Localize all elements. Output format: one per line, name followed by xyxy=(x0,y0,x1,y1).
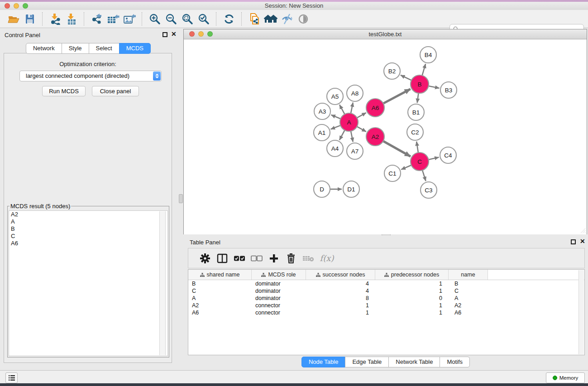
column-header-successor-nodes[interactable]: successor nodes xyxy=(306,270,375,280)
column-header-shared-name[interactable]: shared name xyxy=(188,270,252,280)
run-mcds-button[interactable]: Run MCDS xyxy=(42,86,86,96)
export-table-button[interactable] xyxy=(105,11,121,27)
mcds-result-item[interactable]: C xyxy=(9,233,167,240)
control-tab-select[interactable]: Select xyxy=(89,43,120,54)
control-tab-style[interactable]: Style xyxy=(62,43,89,54)
import-table-button[interactable] xyxy=(63,11,80,27)
node-table[interactable]: shared nameMCDS rolesuccessor nodesprede… xyxy=(188,269,585,355)
table-cell[interactable]: B xyxy=(449,280,488,287)
network-minimize-button[interactable] xyxy=(198,31,204,37)
control-tab-network[interactable]: Network xyxy=(26,43,62,54)
table-cell[interactable]: 8 xyxy=(306,295,375,302)
graph-edge-A-A3[interactable] xyxy=(331,115,340,119)
zoom-in-button[interactable] xyxy=(147,11,163,27)
graph-edge-B-B4[interactable] xyxy=(422,64,425,76)
graph-edge-A-A6[interactable] xyxy=(357,113,366,118)
table-cell[interactable]: connector xyxy=(252,302,306,309)
graph-edge-A-A4[interactable] xyxy=(339,130,345,140)
table-tab-network-table[interactable]: Network Table xyxy=(388,357,440,367)
mcds-list-scrollbar[interactable] xyxy=(159,211,166,355)
table-cell[interactable]: 1 xyxy=(375,302,449,309)
graph-edge-B-B3[interactable] xyxy=(429,86,440,88)
level-of-detail-eye-button[interactable] xyxy=(295,11,311,27)
table-cell[interactable]: dominator xyxy=(252,280,306,287)
graph-edge-A2-C[interactable] xyxy=(383,141,411,157)
show-panels-button[interactable] xyxy=(5,372,18,383)
control-panel-float-button[interactable] xyxy=(163,32,167,37)
graph-edge-C-C3[interactable] xyxy=(422,170,426,181)
export-network-button[interactable] xyxy=(89,11,105,27)
table-cell[interactable]: dominator xyxy=(252,287,306,295)
table-cell[interactable]: C xyxy=(188,287,252,295)
vertical-splitter-grip[interactable] xyxy=(179,194,183,203)
table-cell[interactable]: 1 xyxy=(306,309,375,316)
table-cell[interactable]: 0 xyxy=(375,295,449,302)
table-row[interactable]: Cdominator41C xyxy=(188,287,584,295)
table-cell[interactable]: 1 xyxy=(375,287,449,295)
show-hide-graphics-details-button[interactable] xyxy=(279,11,295,27)
table-row[interactable]: Adominator80A xyxy=(188,295,584,302)
graph-edge-C-C4[interactable] xyxy=(429,157,439,160)
table-cell[interactable]: A6 xyxy=(449,309,488,316)
first-neighbors-button[interactable] xyxy=(263,11,279,27)
table-row[interactable]: A6connector11A6 xyxy=(188,309,584,316)
graph-edge-A6-B[interactable] xyxy=(383,89,411,104)
mcds-result-item[interactable]: A2 xyxy=(9,211,167,218)
network-window-titlebar[interactable]: testGlobe.txt xyxy=(184,29,587,39)
table-row[interactable]: A2connector11A2 xyxy=(188,302,584,309)
table-panel-float-button[interactable] xyxy=(571,239,576,244)
table-cell[interactable]: dominator xyxy=(252,295,306,302)
zoom-selected-button[interactable] xyxy=(196,11,212,27)
table-settings-gear-button[interactable] xyxy=(196,250,214,267)
show-all-columns-button[interactable] xyxy=(231,250,248,267)
add-column-button[interactable] xyxy=(265,250,282,267)
table-cell[interactable]: 4 xyxy=(306,280,375,287)
table-tab-motifs[interactable]: Motifs xyxy=(440,357,470,367)
minimize-window-button[interactable] xyxy=(14,3,19,9)
memory-button[interactable]: Memory xyxy=(546,372,585,383)
control-tab-mcds[interactable]: MCDS xyxy=(119,43,151,54)
mcds-result-item[interactable]: A xyxy=(9,218,167,225)
function-builder-button[interactable]: f(x) xyxy=(317,250,334,267)
table-cell[interactable]: 1 xyxy=(306,302,375,309)
graph-edge-C-C2[interactable] xyxy=(416,142,418,152)
graph-edge-B-B1[interactable] xyxy=(417,93,419,103)
window-resize-grip[interactable] xyxy=(580,228,586,234)
control-panel-close-button[interactable]: ✕ xyxy=(171,31,177,37)
open-file-button[interactable] xyxy=(5,11,22,27)
table-cell[interactable]: B xyxy=(188,280,252,287)
table-tab-node-table[interactable]: Node Table xyxy=(301,357,346,367)
import-network-button[interactable] xyxy=(47,11,63,27)
column-header-predecessor-nodes[interactable]: predecessor nodes xyxy=(375,270,449,280)
table-cell[interactable]: connector xyxy=(252,309,306,316)
save-session-button[interactable] xyxy=(22,11,38,27)
table-tab-edge-table[interactable]: Edge Table xyxy=(345,357,389,367)
apply-preferred-layout-button[interactable] xyxy=(221,11,237,27)
graph-edge-A-A8[interactable] xyxy=(351,103,353,114)
zoom-window-button[interactable] xyxy=(23,3,28,9)
close-panel-button[interactable]: Close panel xyxy=(92,86,139,96)
table-row[interactable]: Bdominator41B xyxy=(188,280,584,287)
export-image-button[interactable] xyxy=(121,11,138,27)
table-cell[interactable]: A xyxy=(449,295,488,302)
graph-edge-A-A2[interactable] xyxy=(357,127,366,132)
graph-edge-A-A1[interactable] xyxy=(331,125,341,129)
mcds-result-item[interactable]: A6 xyxy=(9,240,167,247)
network-zoom-button[interactable] xyxy=(207,31,213,37)
split-table-columns-button[interactable] xyxy=(214,250,231,267)
table-cell[interactable]: C xyxy=(449,287,488,295)
table-panel-close-button[interactable]: ✕ xyxy=(580,238,585,244)
delete-columns-button[interactable] xyxy=(282,250,300,267)
table-scrollbar[interactable] xyxy=(578,270,584,354)
column-header-MCDS-role[interactable]: MCDS role xyxy=(252,270,306,280)
optimization-criterion-select[interactable]: largest connected component (directed) xyxy=(19,71,162,81)
hide-all-columns-button[interactable] xyxy=(248,250,265,267)
table-cell[interactable]: 4 xyxy=(306,287,375,295)
new-network-from-selection-button[interactable] xyxy=(246,11,263,27)
table-cell[interactable]: 1 xyxy=(375,309,449,316)
zoom-out-button[interactable] xyxy=(163,11,179,27)
mcds-result-item[interactable]: B xyxy=(9,225,167,233)
close-window-button[interactable] xyxy=(5,3,10,9)
network-close-button[interactable] xyxy=(189,31,195,37)
graph-edge-B-B2[interactable] xyxy=(401,75,411,80)
